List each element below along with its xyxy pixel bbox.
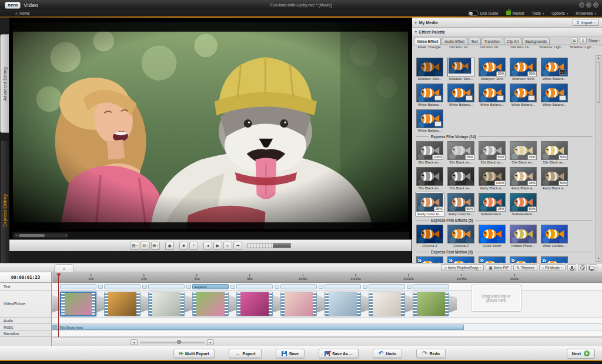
effect-item[interactable]: White Balanc... xyxy=(540,83,568,107)
effect-item[interactable]: Wide Landsc... xyxy=(540,224,568,248)
transition-placeholder[interactable] xyxy=(405,295,413,313)
save-as-button[interactable]: Save As ... xyxy=(319,349,359,358)
effect-item[interactable]: 25%Substandard... xyxy=(478,192,506,216)
transport-play-button[interactable]: ▶ xyxy=(213,242,222,250)
undo-button[interactable]: Undo xyxy=(373,349,402,358)
effect-item[interactable]: White Balanc... xyxy=(540,57,568,81)
effect-item[interactable]: » xyxy=(509,256,537,263)
video-clip[interactable] xyxy=(104,292,141,316)
effect-palette-header[interactable]: ▾ Effect Palette xyxy=(412,28,602,36)
video-clip[interactable] xyxy=(280,292,317,316)
effect-item[interactable]: 50%Sharpen: 50% xyxy=(509,57,537,81)
video-clip[interactable] xyxy=(192,292,229,316)
text-clip-connector[interactable] xyxy=(361,285,369,289)
effect-item[interactable]: » xyxy=(447,256,475,263)
transition-placeholder[interactable] xyxy=(141,295,148,313)
scroll-up-icon[interactable]: ▲ xyxy=(596,56,601,61)
list-view-button[interactable]: ≡ xyxy=(580,38,587,44)
text-clip[interactable] xyxy=(236,284,273,289)
effect-item[interactable]: Color Stitch xyxy=(478,224,506,248)
text-clip[interactable] xyxy=(280,284,317,289)
volume-slider[interactable] xyxy=(248,243,291,248)
video-clip[interactable] xyxy=(148,292,185,316)
multi-export-button[interactable]: Multi Export xyxy=(173,349,215,358)
effect-item[interactable]: » xyxy=(416,256,444,263)
effect-item[interactable]: White Balanc... xyxy=(509,83,537,107)
show-filter-dropdown[interactable]: Show ▾ xyxy=(588,39,600,43)
video-clip[interactable] xyxy=(60,292,96,316)
tab-advanced-editing[interactable]: Advanced Editing xyxy=(0,34,9,133)
transition-placeholder[interactable] xyxy=(185,295,192,313)
effect-item[interactable]: 50%30s Black an... xyxy=(478,141,506,165)
breadcrumb-home[interactable]: ⌂ Home xyxy=(15,11,30,15)
text-clip-connector[interactable] xyxy=(185,285,192,289)
knowhow-menu[interactable]: KnowHow▾ xyxy=(576,11,596,15)
zoom-slider-handle[interactable] xyxy=(177,340,181,344)
tools-menu[interactable]: Tools▾ xyxy=(532,11,544,15)
preview-scrollbar[interactable]: ◂ ▸ xyxy=(14,233,68,238)
effect-item[interactable]: Cinema 2 xyxy=(447,224,475,248)
effects-scrollbar[interactable]: ▲ ▼ xyxy=(596,55,601,262)
themes-button[interactable]: ✎Themes xyxy=(513,264,537,271)
transition-placeholder[interactable] xyxy=(52,295,60,313)
effect-item[interactable]: 50%Early Black a... xyxy=(540,166,568,191)
transition-placeholder[interactable] xyxy=(317,295,325,313)
transition-placeholder[interactable] xyxy=(361,295,369,313)
scrollbar-thumb[interactable] xyxy=(597,62,600,103)
duration-button[interactable] xyxy=(578,264,587,271)
video-clip[interactable] xyxy=(325,292,361,316)
drop-target-hint[interactable]: Drag video clip or picture here xyxy=(471,285,521,312)
text-clip-connector[interactable] xyxy=(317,285,325,289)
effect-item[interactable]: Shadow: Stro... xyxy=(447,57,475,81)
text-clip-connector[interactable] xyxy=(405,285,413,289)
text-clip-connector[interactable] xyxy=(229,285,236,289)
zoom-out-button[interactable]: ◂ xyxy=(131,339,138,345)
window-control-button[interactable]: − xyxy=(579,2,584,8)
redo-button[interactable]: Redo xyxy=(416,349,446,358)
text-clip-connector[interactable] xyxy=(273,285,280,289)
playhead[interactable] xyxy=(58,273,59,337)
text-clip-connector[interactable] xyxy=(96,285,104,289)
fit-music-button[interactable]: ♪Fit Music▾ xyxy=(539,264,566,271)
scroll-down-icon[interactable]: ▼ xyxy=(596,256,601,261)
effect-item[interactable]: » xyxy=(478,256,506,263)
transport-set-marker-button[interactable]: ⊺ xyxy=(189,242,198,250)
text-clip[interactable] xyxy=(369,284,405,289)
transport-display-mode-button[interactable]: ▤▾ xyxy=(130,242,139,250)
video-clip[interactable] xyxy=(413,292,449,316)
text-clip[interactable] xyxy=(148,284,185,289)
transport-fullscreen-button[interactable]: ⊡▾ xyxy=(141,242,149,250)
tab-transition[interactable]: Transition xyxy=(481,38,503,45)
import-button[interactable]: ↧ Import ▾ xyxy=(573,19,599,26)
tab-text[interactable]: Text xyxy=(468,38,481,45)
nero-pip-button[interactable]: ▣Nero PiP xyxy=(486,264,511,271)
text-clip[interactable]: Expand xyxy=(192,284,229,289)
effect-item[interactable]: Cinema 1 xyxy=(416,224,444,248)
video-clip[interactable] xyxy=(236,292,273,316)
text-clip[interactable] xyxy=(60,284,96,289)
display-button[interactable]: ▾ xyxy=(588,264,597,271)
my-media-header[interactable]: ▸ My Media ↧ Import ▾ xyxy=(412,18,602,28)
effect-item[interactable]: 70s Black an... xyxy=(447,166,475,191)
effect-item[interactable]: 100%Early Black a... xyxy=(478,166,506,191)
next-button[interactable]: Next xyxy=(567,349,595,359)
text-clip[interactable] xyxy=(413,284,449,289)
transition-placeholder[interactable] xyxy=(96,295,104,313)
options-menu[interactable]: Options▾ xyxy=(551,11,568,15)
effect-item[interactable]: 25%30s Black an... xyxy=(447,141,475,165)
text-clip-connector[interactable] xyxy=(141,285,148,289)
tab-express-editing[interactable]: Express Editing xyxy=(0,140,9,280)
effect-item[interactable]: White Balanc... xyxy=(478,83,506,107)
transport-zoom-mode-button[interactable]: ⊞▾ xyxy=(151,242,160,250)
tab-clip-art[interactable]: Clip Art xyxy=(504,38,521,45)
transition-placeholder[interactable] xyxy=(273,295,280,313)
effect-item[interactable]: 50%Early Color Fi... xyxy=(447,192,475,216)
effect-item[interactable]: 70s Black an... xyxy=(416,166,444,191)
effect-item[interactable]: 50%Substandard... xyxy=(509,192,537,216)
transport-previous-frame-button[interactable]: ◂ xyxy=(203,242,212,250)
video-clip[interactable] xyxy=(369,292,405,316)
microphone-button[interactable] xyxy=(567,264,576,271)
nero-rhythmsnap-button[interactable]: ♫Nero RhythmSnap▾ xyxy=(441,264,484,271)
transport-snapshot-button[interactable]: ◉ xyxy=(165,242,174,250)
tab-backgrounds[interactable]: Backgrounds xyxy=(522,38,550,45)
